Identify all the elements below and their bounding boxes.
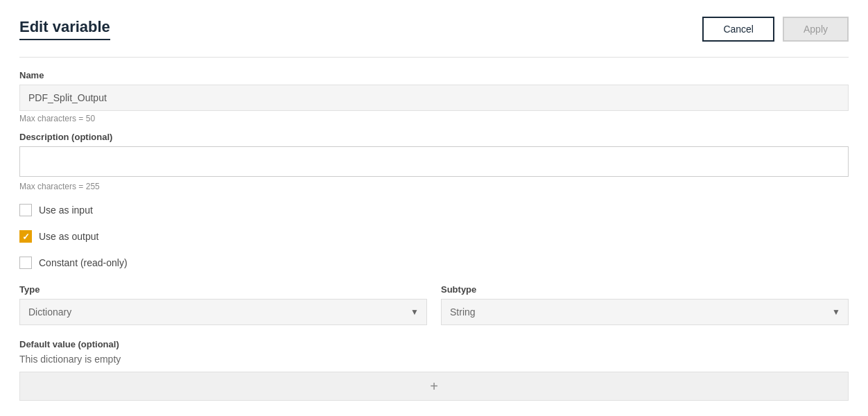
name-hint: Max characters = 50 xyxy=(19,114,849,123)
description-field-group: Description (optional) Max characters = … xyxy=(19,132,849,197)
page-title: Edit variable xyxy=(19,18,110,40)
type-select[interactable]: Dictionary String Integer Boolean List xyxy=(19,299,427,325)
use-as-input-row[interactable]: Use as input xyxy=(19,204,849,216)
type-label: Type xyxy=(19,284,427,295)
apply-button[interactable]: Apply xyxy=(783,17,849,42)
constant-label: Constant (read-only) xyxy=(39,257,128,268)
name-input[interactable] xyxy=(19,85,849,111)
subtype-group: Subtype String Integer Boolean ▼ xyxy=(441,284,849,325)
header-divider xyxy=(19,57,849,58)
subtype-select-wrapper: String Integer Boolean ▼ xyxy=(441,299,849,325)
description-label: Description (optional) xyxy=(19,132,849,142)
subtype-select[interactable]: String Integer Boolean xyxy=(441,299,849,325)
dialog-header: Edit variable Cancel Apply xyxy=(19,17,849,42)
type-group: Type Dictionary String Integer Boolean L… xyxy=(19,284,427,325)
type-subtype-row: Type Dictionary String Integer Boolean L… xyxy=(19,284,849,325)
edit-variable-dialog: Edit variable Cancel Apply Name Max char… xyxy=(0,0,868,416)
description-hint: Max characters = 255 xyxy=(19,182,849,191)
constant-checkbox[interactable] xyxy=(19,257,32,269)
default-value-label: Default value (optional) xyxy=(19,339,849,349)
use-as-output-checkbox[interactable] xyxy=(19,230,32,243)
cancel-button[interactable]: Cancel xyxy=(702,17,774,42)
add-entry-button[interactable]: + xyxy=(19,372,849,401)
use-as-output-label: Use as output xyxy=(39,231,98,242)
empty-dict-text: This dictionary is empty xyxy=(19,354,849,365)
form-body: Name Max characters = 50 Description (op… xyxy=(19,59,849,416)
default-value-section: Default value (optional) This dictionary… xyxy=(19,339,849,401)
use-as-input-checkbox[interactable] xyxy=(19,204,32,216)
constant-row[interactable]: Constant (read-only) xyxy=(19,257,849,269)
header-actions: Cancel Apply xyxy=(702,17,849,42)
use-as-input-label: Use as input xyxy=(39,205,93,216)
subtype-label: Subtype xyxy=(441,284,849,295)
description-input[interactable] xyxy=(19,146,849,177)
plus-icon: + xyxy=(430,379,438,395)
name-field-group: Name Max characters = 50 xyxy=(19,70,849,129)
use-as-output-row[interactable]: Use as output xyxy=(19,230,849,243)
name-label: Name xyxy=(19,70,849,80)
type-select-wrapper: Dictionary String Integer Boolean List ▼ xyxy=(19,299,427,325)
